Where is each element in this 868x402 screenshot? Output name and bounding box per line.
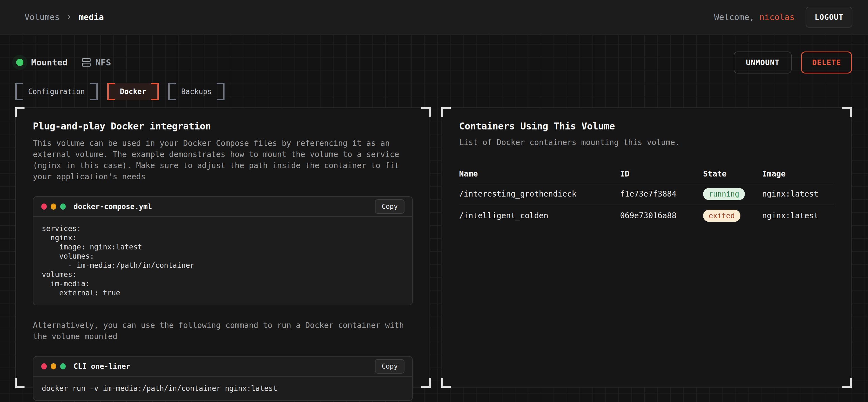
- page-body: Mounted NFS UNMOUNT DELETE Configuration…: [0, 35, 868, 402]
- breadcrumb-volumes-link[interactable]: Volumes: [25, 12, 60, 22]
- corner-bracket-bottom-left: [15, 378, 25, 388]
- column-header-image: Image: [762, 169, 834, 178]
- top-header-bar: Volumes media Welcome, nicolas LOGOUT: [0, 0, 868, 35]
- containers-panel-subtitle: List of Docker containers mounting this …: [459, 138, 834, 147]
- column-header-name: Name: [459, 169, 620, 178]
- state-badge-running: running: [703, 188, 745, 200]
- tab-configuration[interactable]: Configuration: [15, 83, 98, 100]
- corner-bracket-bottom-left: [441, 378, 451, 388]
- breadcrumb-current: media: [79, 12, 104, 22]
- username: nicolas: [760, 12, 795, 22]
- tab-docker[interactable]: Docker: [107, 83, 159, 100]
- corner-bracket-bottom-right: [842, 378, 852, 388]
- compose-code-content: services: nginx: image: nginx:latest vol…: [33, 217, 412, 305]
- delete-button[interactable]: DELETE: [801, 52, 852, 73]
- traffic-dot-yellow-icon: [51, 363, 56, 369]
- mount-status-label: Mounted: [31, 57, 68, 67]
- mounted-status-dot-icon: [16, 59, 23, 66]
- driver-label: NFS: [96, 57, 111, 67]
- docker-panel-title: Plug-and-play Docker integration: [33, 121, 413, 132]
- table-row: /interesting_grothendieck f1e73e7f3884 r…: [459, 183, 834, 205]
- tab-backups[interactable]: Backups: [168, 83, 224, 100]
- status-row: Mounted NFS UNMOUNT DELETE: [0, 51, 868, 73]
- state-badge-exited: exited: [703, 210, 740, 222]
- cell-container-id: 069e73016a88: [620, 211, 703, 220]
- traffic-dot-green-icon: [60, 203, 66, 210]
- breadcrumb: Volumes media: [25, 12, 104, 22]
- compose-code-block: docker-compose.yml Copy services: nginx:…: [33, 196, 413, 305]
- containers-table: Name ID State Image /interesting_grothen…: [459, 165, 834, 226]
- corner-bracket-top-right: [842, 107, 852, 116]
- cell-container-id: f1e73e7f3884: [620, 189, 703, 199]
- chevron-right-icon: [65, 13, 73, 21]
- cell-container-image: nginx:latest: [762, 211, 834, 220]
- column-header-state: State: [703, 169, 762, 178]
- cell-container-state: running: [703, 188, 762, 200]
- traffic-dot-red-icon: [41, 363, 47, 369]
- containers-panel: Containers Using This Volume List of Doc…: [441, 107, 851, 388]
- corner-bracket-top-left: [15, 107, 25, 116]
- containers-panel-title: Containers Using This Volume: [459, 121, 834, 132]
- compose-copy-button[interactable]: Copy: [375, 199, 404, 214]
- cell-container-name: /interesting_grothendieck: [459, 189, 620, 199]
- traffic-dot-green-icon: [60, 363, 66, 369]
- docker-integration-panel: Plug-and-play Docker integration This vo…: [15, 107, 430, 388]
- cli-copy-button[interactable]: Copy: [375, 359, 404, 374]
- logout-button[interactable]: LOGOUT: [806, 7, 852, 28]
- compose-filename: docker-compose.yml: [73, 202, 152, 211]
- traffic-dot-red-icon: [41, 203, 47, 210]
- tab-bar: Configuration Docker Backups: [0, 83, 868, 100]
- cell-container-state: exited: [703, 210, 762, 222]
- docker-panel-description: This volume can be used in your Docker C…: [33, 138, 413, 182]
- server-icon: [82, 58, 91, 67]
- cell-container-name: /intelligent_colden: [459, 211, 620, 220]
- welcome-text: Welcome, nicolas: [714, 12, 795, 22]
- unmount-button[interactable]: UNMOUNT: [734, 52, 792, 73]
- traffic-dots: [41, 203, 66, 210]
- cli-code-block: CLI one-liner Copy docker run -v im-medi…: [33, 356, 413, 401]
- cli-code-content: docker run -v im-media:/path/in/containe…: [33, 377, 412, 400]
- column-header-id: ID: [620, 169, 703, 178]
- traffic-dot-yellow-icon: [51, 203, 56, 210]
- cli-note: Alternatively, you can use the following…: [33, 320, 413, 342]
- cell-container-image: nginx:latest: [762, 189, 834, 199]
- table-header-row: Name ID State Image: [459, 165, 834, 183]
- corner-bracket-top-left: [441, 107, 451, 116]
- traffic-dots: [41, 363, 66, 369]
- table-row: /intelligent_colden 069e73016a88 exited …: [459, 205, 834, 226]
- cli-filename: CLI one-liner: [73, 362, 130, 371]
- corner-bracket-top-right: [421, 107, 431, 116]
- corner-bracket-bottom-right: [421, 378, 431, 388]
